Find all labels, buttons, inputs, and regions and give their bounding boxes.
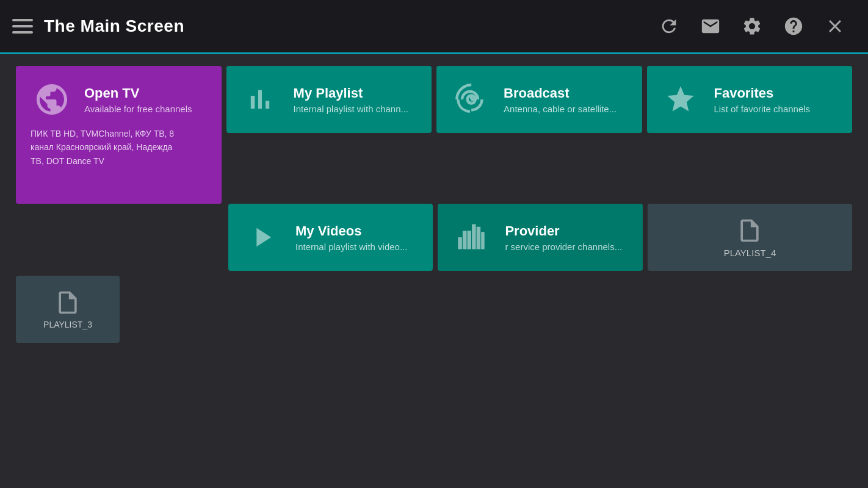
header-actions [648,0,856,53]
my-videos-tile[interactable]: My Videos Internal playlist with video..… [228,204,433,271]
mail-icon [700,16,721,37]
grid-row-1: Open TV Available for free channels ПИК … [16,66,852,204]
my-videos-title: My Videos [295,223,407,239]
help-icon [783,16,804,37]
favorites-subtitle: List of favorite channels [714,104,811,114]
bar-chart-icon [244,84,276,115]
open-tv-channels: ПИК ТВ HD, TVMChannel, КФУ ТВ, 8 канал К… [31,127,174,168]
provider-tile[interactable]: Provider r service provider channels... [438,204,642,271]
favorites-icon [659,78,702,121]
header: The Main Screen [0,0,868,54]
favorites-tile[interactable]: Favorites List of favorite channels [647,66,852,133]
broadcast-subtitle: Antenna, cable or satellite... [504,104,617,114]
open-tv-icon [31,78,73,121]
playlist4-icon [736,217,763,244]
provider-icon [450,216,493,259]
menu-icon[interactable] [12,19,33,34]
refresh-button[interactable] [648,0,690,53]
main-content: Open TV Available for free channels ПИК … [0,54,868,349]
close-button[interactable] [814,0,856,53]
broadcast-text: Broadcast Antenna, cable or satellite... [504,85,617,114]
page-title: The Main Screen [44,16,184,36]
playlist3-tile[interactable]: PLAYLIST_3 [16,276,120,343]
open-tv-text: Open TV Available for free channels [84,85,192,114]
my-playlist-text: My Playlist Internal playlist with chann… [294,85,408,114]
file-icon-2 [54,289,81,316]
my-playlist-title: My Playlist [294,85,408,101]
mail-button[interactable] [690,0,731,53]
settings-icon [742,16,762,37]
provider-title: Provider [505,223,622,239]
close-icon [825,16,845,37]
open-tv-title: Open TV [84,85,192,101]
refresh-icon [659,16,679,37]
header-left: The Main Screen [12,16,184,36]
broadcast-icon [449,78,491,121]
provider-text: Provider r service provider channels... [505,223,622,252]
favorites-title: Favorites [714,85,811,101]
playlist4-label: PLAYLIST_4 [724,248,776,258]
grid-row-3: PLAYLIST_3 [16,276,852,343]
my-playlist-tile[interactable]: My Playlist Internal playlist with chann… [226,66,432,133]
open-tv-tile[interactable]: Open TV Available for free channels ПИК … [16,66,222,204]
star-icon [665,84,696,115]
open-tv-subtitle: Available for free channels [84,104,192,114]
grid-row-2: My Videos Internal playlist with video..… [16,204,852,271]
playlist3-label: PLAYLIST_3 [43,320,92,329]
my-playlist-subtitle: Internal playlist with chann... [294,104,408,114]
provider-signal-icon [455,221,487,253]
my-playlist-icon [239,78,281,121]
playlist3-icon [54,289,81,316]
play-icon [246,221,278,253]
provider-subtitle: r service provider channels... [505,242,622,252]
antenna-icon [454,84,486,115]
broadcast-tile[interactable]: Broadcast Antenna, cable or satellite... [436,66,642,133]
settings-button[interactable] [731,0,773,53]
file-icon [736,217,763,244]
help-button[interactable] [773,0,814,53]
globe-icon [34,81,70,118]
open-tv-top: Open TV Available for free channels [31,78,192,121]
my-videos-text: My Videos Internal playlist with video..… [295,223,407,252]
my-videos-icon [241,216,283,259]
broadcast-title: Broadcast [504,85,617,101]
my-videos-subtitle: Internal playlist with video... [295,242,407,252]
favorites-text: Favorites List of favorite channels [714,85,811,114]
playlist4-tile[interactable]: PLAYLIST_4 [648,204,852,271]
